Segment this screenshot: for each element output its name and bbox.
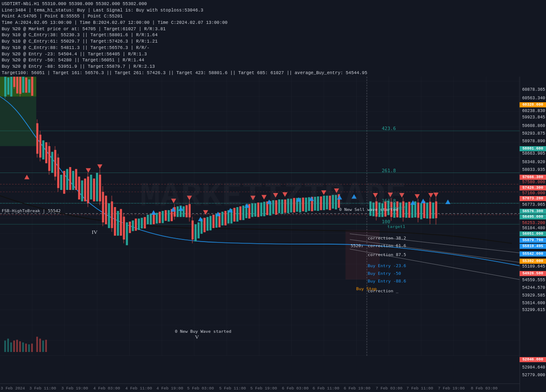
time-label-9: 6 Feb 03:00 <box>282 386 309 391</box>
price-55189: 55189.645 <box>522 264 545 269</box>
svg-text:Buy Stop: Buy Stop <box>356 287 377 291</box>
svg-rect-109 <box>221 212 224 225</box>
svg-rect-77 <box>135 219 137 231</box>
info-line-4: Time A:2024.02.05 13:00:00 | Time B:2024… <box>2 20 544 26</box>
svg-text:261.8: 261.8 <box>382 168 396 173</box>
time-label-14: 7 Feb 19:00 <box>438 386 465 391</box>
time-label-6: 5 Feb 03:00 <box>187 386 214 391</box>
price-53299: 53299.615 <box>522 308 545 312</box>
price-box-60328: 60328.000 <box>520 102 546 107</box>
price-57160: 57160.000 <box>522 191 545 196</box>
svg-rect-84 <box>156 213 158 223</box>
price-57580: 57580.000 <box>522 180 545 184</box>
svg-rect-172 <box>426 202 428 219</box>
svg-rect-50 <box>69 167 71 190</box>
svg-rect-80 <box>144 217 146 228</box>
time-label-3: 4 Feb 03:00 <box>93 386 120 391</box>
svg-rect-116 <box>242 205 244 220</box>
svg-rect-122 <box>260 202 262 216</box>
svg-rect-69 <box>114 207 116 236</box>
time-label-10: 6 Feb 11:00 <box>313 386 340 391</box>
svg-rect-88 <box>168 210 170 222</box>
price-53614: 53614.600 <box>522 301 545 306</box>
price-52779: 52779.000 <box>522 373 545 378</box>
svg-text:IV: IV <box>92 229 98 235</box>
time-label-4: 4 Feb 11:00 <box>125 386 152 391</box>
time-label-11: 6 Feb 19:00 <box>344 386 371 391</box>
price-box-56576: 56576.300 <box>520 209 546 214</box>
svg-text:Buy Entry -50: Buy Entry -50 <box>368 271 401 276</box>
svg-rect-114 <box>236 207 238 222</box>
price-52984: 52984.640 <box>522 365 545 370</box>
svg-text:0 New Buy Wave started: 0 New Buy Wave started <box>175 329 231 334</box>
svg-rect-233 <box>4 340 6 352</box>
svg-rect-240 <box>25 343 27 352</box>
info-line-1: USDTIRT-Nbi.H1 55310.000 55398.000 55302… <box>2 1 544 7</box>
svg-rect-132 <box>290 199 292 212</box>
info-line-10: Buy %20 @ Entry -50: 54280 || Target:560… <box>2 57 544 63</box>
svg-rect-24 <box>10 75 12 96</box>
svg-rect-133 <box>293 198 295 213</box>
info-line-11: Buy %20 @ Entry -88: 53951.9 || Target:5… <box>2 63 544 70</box>
price-box-55879: 55879.790 <box>520 238 546 243</box>
svg-rect-175 <box>432 202 434 219</box>
info-line-8: Buy %10 @ C_Entry:88: 54811.3 || Target:… <box>2 45 544 51</box>
svg-rect-141 <box>317 196 319 211</box>
svg-rect-110 <box>224 211 227 225</box>
svg-rect-143 <box>323 196 325 210</box>
svg-rect-74 <box>126 222 128 245</box>
price-box-56495: 56495.000 <box>520 214 546 219</box>
svg-rect-76 <box>132 220 134 231</box>
svg-rect-113 <box>233 208 235 222</box>
svg-rect-85 <box>159 212 161 223</box>
svg-text:Buy Entry -88.6: Buy Entry -88.6 <box>368 279 406 283</box>
price-58663: 58663.905 <box>522 151 545 156</box>
svg-rect-75 <box>129 222 131 233</box>
svg-rect-39 <box>45 142 47 163</box>
svg-text:Buy Entry -23.6: Buy Entry -23.6 <box>368 264 406 268</box>
svg-rect-82 <box>150 214 152 225</box>
svg-rect-55 <box>84 179 86 202</box>
svg-text:161.8: 161.8 <box>382 199 396 203</box>
price-60878: 60878.365 <box>522 87 545 92</box>
svg-rect-49 <box>66 169 68 190</box>
svg-rect-136 <box>302 198 304 211</box>
svg-text:correction 87.5: correction 87.5 <box>368 252 406 257</box>
info-line-7: Buy %10 @ C_Entry:61: 55029.7 || Target:… <box>2 38 544 45</box>
svg-rect-244 <box>39 339 41 352</box>
svg-rect-145 <box>329 196 331 210</box>
price-box-55542: 55542.000 <box>520 251 546 257</box>
svg-rect-81 <box>147 215 149 224</box>
price-box-55819: 55819.495 <box>520 244 546 249</box>
svg-rect-95 <box>186 205 188 218</box>
time-label-0: 3 Feb 2024 <box>0 386 25 391</box>
info-line-3: Point A:54705 | Point B:55555 | Point C:… <box>2 13 544 20</box>
svg-rect-138 <box>308 197 310 211</box>
svg-text:FSB-HighToBreak | 55542: FSB-HighToBreak | 55542 <box>2 208 61 213</box>
svg-rect-127 <box>275 200 277 215</box>
svg-rect-54 <box>81 180 83 201</box>
price-53929: 53929.585 <box>522 293 545 298</box>
svg-rect-32 <box>28 79 30 92</box>
svg-rect-53 <box>78 176 80 199</box>
price-box-56051: 56051.000 <box>520 231 546 236</box>
time-label-7: 5 Feb 11:00 <box>219 386 246 391</box>
svg-text:5520₂: 5520₂ <box>351 244 363 248</box>
top-info-panel: USDTIRT-Nbi.H1 55310.000 55398.000 55302… <box>0 0 546 77</box>
svg-text:100: 100 <box>382 219 390 224</box>
price-box-54926: 54926.500 <box>520 271 546 276</box>
svg-rect-105 <box>209 216 212 231</box>
svg-rect-59 <box>93 179 95 202</box>
svg-rect-144 <box>326 196 328 209</box>
svg-text:423.6: 423.6 <box>382 126 396 131</box>
svg-rect-238 <box>19 341 21 352</box>
time-label-5: 4 Feb 19:00 <box>157 386 183 391</box>
svg-rect-161 <box>399 202 401 218</box>
svg-rect-119 <box>251 203 253 217</box>
svg-rect-123 <box>263 202 265 216</box>
price-58978: 58978.890 <box>522 139 545 144</box>
svg-rect-70 <box>117 211 119 236</box>
svg-rect-115 <box>239 206 241 220</box>
price-box-57073: 57073.200 <box>520 196 546 201</box>
svg-rect-66 <box>108 203 110 228</box>
